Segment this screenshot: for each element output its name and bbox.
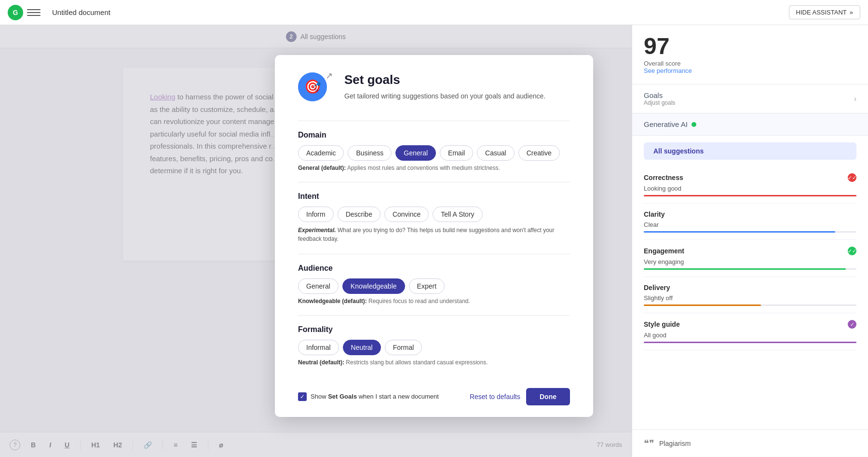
domain-tag-row: Academic Business General Email Casual C… (298, 145, 570, 161)
domain-section: Domain Academic Business General Email C… (298, 131, 570, 171)
modal-title: Set goals (344, 72, 545, 87)
checkbox-icon: ✓ (298, 392, 307, 401)
modal-footer-actions: Reset to defaults Done (470, 388, 570, 405)
hide-assistant-button[interactable]: HIDE ASSISTANT » (789, 5, 860, 19)
formality-tag-row: Informal Neutral Formal (298, 340, 570, 355)
show-set-goals-checkbox[interactable]: ✓ Show Set Goals when I start a new docu… (298, 392, 439, 401)
clarity-bar-fill (644, 231, 835, 233)
gen-ai-active-dot (692, 122, 696, 127)
metric-value-delivery: Slightly off (644, 294, 856, 302)
intent-tag-tell-a-story[interactable]: Tell A Story (433, 207, 482, 222)
formality-tag-neutral[interactable]: Neutral (343, 340, 381, 355)
modal-footer: ✓ Show Set Goals when I start a new docu… (275, 379, 593, 417)
engagement-icon: ✓ (848, 247, 856, 255)
engagement-bar (644, 268, 856, 270)
delivery-bar (644, 305, 856, 306)
document-title[interactable]: Untitled document (52, 8, 110, 16)
metric-name-delivery: Delivery (644, 284, 670, 291)
intent-label: Intent (298, 192, 570, 201)
metric-name-correctness: Correctness (644, 174, 683, 181)
domain-tag-email[interactable]: Email (440, 145, 473, 161)
metric-engagement: Engagement ✓ Very engaging (644, 240, 856, 277)
score-info: 97 Overall score See performance (644, 35, 692, 74)
right-panel: 97 Overall score See performance Goals A… (632, 25, 868, 457)
score-label: Overall score (644, 60, 692, 67)
formality-section: Formality Informal Neutral Formal Neutra… (298, 325, 570, 366)
correctness-bar-fill (644, 195, 856, 196)
intent-tag-convince[interactable]: Convince (384, 207, 429, 222)
style-guide-bar (644, 342, 856, 343)
modal-divider-2 (298, 182, 570, 182)
done-button[interactable]: Done (526, 388, 570, 405)
metric-value-style-guide: All good (644, 332, 856, 339)
modal-divider-1 (298, 121, 570, 121)
correctness-icon: ✓ (848, 173, 856, 182)
modal-header: ↗ Set goals Get tailored writing suggest… (298, 72, 570, 107)
intent-tag-describe[interactable]: Describe (338, 207, 380, 222)
score-section: 97 Overall score See performance (632, 25, 868, 84)
clarity-bar (644, 231, 856, 233)
intent-tag-row: Inform Describe Convince Tell A Story (298, 207, 570, 222)
intent-tag-inform[interactable]: Inform (298, 207, 334, 222)
topbar-right: HIDE ASSISTANT » (789, 5, 860, 19)
plagiarism-icon: ❝❞ (644, 438, 654, 449)
metrics-list: Correctness ✓ Looking good Clarity Clear… (632, 166, 868, 429)
audience-tag-general[interactable]: General (298, 278, 339, 294)
metric-value-clarity: Clear (644, 221, 856, 228)
reset-to-defaults-button[interactable]: Reset to defaults (470, 393, 520, 401)
audience-tag-expert[interactable]: Expert (409, 278, 445, 294)
modal-body: ↗ Set goals Get tailored writing suggest… (275, 55, 593, 379)
overall-score: 97 (644, 35, 692, 58)
metric-name-engagement: Engagement (644, 247, 684, 255)
modal-title-group: Set goals Get tailored writing suggestio… (344, 72, 545, 101)
intent-description: Experimental. What are you trying to do?… (298, 226, 570, 243)
intent-section: Intent Inform Describe Convince Tell A S… (298, 192, 570, 243)
domain-tag-academic[interactable]: Academic (298, 145, 344, 161)
modal-icon (298, 72, 327, 101)
formality-description: Neutral (default): Restricts slang but a… (298, 359, 570, 366)
metric-name-clarity: Clarity (644, 210, 665, 218)
domain-tag-general[interactable]: General (395, 145, 436, 161)
metric-name-style-guide: Style guide (644, 320, 680, 328)
goals-label: Goals (644, 91, 675, 99)
formality-tag-formal[interactable]: Formal (385, 340, 422, 355)
goals-sub: Adjust goals (644, 99, 675, 106)
audience-description: Knowledgeable (default): Requires focus … (298, 298, 570, 305)
domain-tag-casual[interactable]: Casual (477, 145, 515, 161)
metric-clarity: Clarity Clear (644, 204, 856, 240)
metric-style-guide: Style guide ✓ All good (644, 313, 856, 350)
audience-section: Audience General Knowledgeable Expert Kn… (298, 264, 570, 305)
formality-label: Formality (298, 325, 570, 334)
see-performance-link[interactable]: See performance (644, 67, 692, 74)
gen-ai-section[interactable]: Generative AI (632, 113, 868, 136)
plagiarism-label: Plagiarism (659, 440, 691, 447)
menu-icon[interactable] (27, 6, 41, 19)
set-goals-modal: ↗ Set goals Get tailored writing suggest… (275, 55, 593, 417)
modal-icon-wrap: ↗ (298, 72, 333, 107)
domain-description: General (default): Applies most rules an… (298, 165, 570, 171)
metric-value-engagement: Very engaging (644, 258, 856, 265)
goals-info: Goals Adjust goals (644, 91, 675, 106)
goals-chevron-icon: › (854, 95, 856, 103)
delivery-bar-fill (644, 305, 761, 306)
gen-ai-label: Generative AI (644, 120, 696, 128)
plagiarism-section[interactable]: ❝❞ Plagiarism (632, 429, 868, 457)
formality-tag-informal[interactable]: Informal (298, 340, 339, 355)
domain-tag-business[interactable]: Business (348, 145, 392, 161)
goals-section[interactable]: Goals Adjust goals › (632, 84, 868, 113)
audience-label: Audience (298, 264, 570, 273)
engagement-bar-fill (644, 268, 846, 270)
topbar: G Untitled document HIDE ASSISTANT » (0, 0, 868, 25)
audience-tag-knowledgeable[interactable]: Knowledgeable (342, 278, 405, 294)
modal-divider-4 (298, 315, 570, 316)
metric-delivery: Delivery Slightly off (644, 277, 856, 313)
all-suggestions-button[interactable]: All suggestions (644, 142, 856, 160)
domain-label: Domain (298, 131, 570, 139)
audience-tag-row: General Knowledgeable Expert (298, 278, 570, 294)
modal-divider-3 (298, 254, 570, 254)
style-guide-bar-fill (644, 342, 856, 343)
domain-tag-creative[interactable]: Creative (518, 145, 560, 161)
grammarly-logo: G (8, 5, 23, 20)
correctness-bar (644, 195, 856, 196)
style-guide-icon: ✓ (848, 320, 856, 329)
